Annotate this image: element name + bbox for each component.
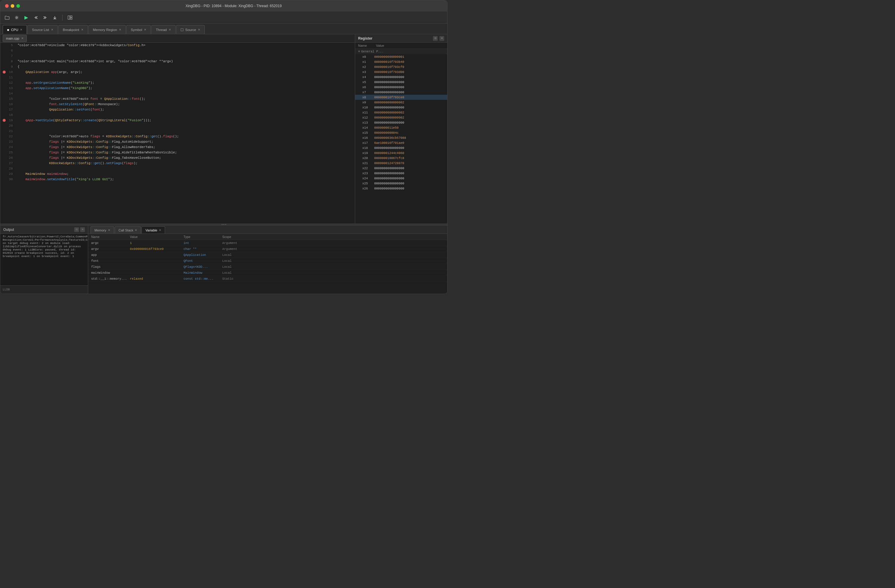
tab-source-list[interactable]: Source List ✕: [27, 25, 58, 34]
file-tab-main-cpp[interactable]: main.cpp ✕: [3, 35, 27, 42]
minimize-button[interactable]: [11, 4, 14, 8]
register-row-x15[interactable]: x15000000000004c: [355, 130, 447, 135]
register-value: 0000000000000002: [374, 111, 444, 114]
register-row-x7[interactable]: x70000000000000000: [355, 89, 447, 95]
tab-variable[interactable]: Variable ✕: [141, 226, 165, 233]
tab-memory-region[interactable]: Memory Region ✕: [88, 25, 126, 34]
variable-row[interactable]: argv0x000000016f793ce0char **Argument: [88, 246, 447, 252]
play-button[interactable]: ▶: [23, 14, 29, 21]
source-tab-close[interactable]: ✕: [198, 28, 200, 31]
register-row-x11[interactable]: x110000000000000002: [355, 110, 447, 115]
code-line-14[interactable]: 14: [0, 91, 355, 96]
register-row-x20[interactable]: x20000000010067cfc8: [355, 156, 447, 161]
code-area[interactable]: 5"color:#c678dd">#include "color:#98c379…: [0, 42, 355, 223]
tab-breakpoint[interactable]: Breakpoint ✕: [58, 25, 88, 34]
register-row-x0[interactable]: x00000000000000001: [355, 54, 447, 59]
register-row-x9[interactable]: x90000000000000002: [355, 100, 447, 105]
register-row-x10[interactable]: x100000000000000000: [355, 105, 447, 110]
register-float-button[interactable]: ⊡: [433, 36, 438, 41]
tab-cpu[interactable]: ■ CPU ✕: [3, 25, 27, 34]
close-button[interactable]: [5, 4, 9, 8]
register-row-x16[interactable]: x160000000036cb57088: [355, 135, 447, 140]
register-row-x17[interactable]: x176ae100016f791ae0: [355, 140, 447, 145]
code-line-17[interactable]: 17 QApplication::setFont(font);: [0, 107, 355, 112]
tab-call-stack[interactable]: Call Stack ✕: [115, 226, 141, 233]
register-row-x18[interactable]: x180000000000000000: [355, 145, 447, 150]
register-row-x3[interactable]: x3000000016f793d00: [355, 70, 447, 74]
code-line-30[interactable]: 30 mainWindow.setWindowTitle("Xing's LLD…: [0, 177, 355, 182]
code-line-19[interactable]: 19 qApp->setStyle(QStyleFactory::create(…: [0, 118, 355, 123]
symbol-tab-close[interactable]: ✕: [144, 28, 146, 31]
code-line-12[interactable]: 12 app.setOrganizationName("LaoXing");: [0, 80, 355, 85]
forward-button[interactable]: [42, 14, 49, 21]
tab-source[interactable]: Source ✕: [176, 25, 205, 34]
register-row-x25[interactable]: x250000000000000000: [355, 181, 447, 186]
variable-row[interactable]: std::__1::memory...relaxedconst std::me.…: [88, 276, 447, 282]
register-row-x22[interactable]: x220000000000000000: [355, 166, 447, 171]
code-line-24[interactable]: 24 flags |= KDDockWidgets::Config::Flag_…: [0, 144, 355, 150]
code-line-27[interactable]: 27 KDDockWidgets::Config::get().setFlags…: [0, 161, 355, 166]
code-line-29[interactable]: 29 MainWindow mainWindow;: [0, 171, 355, 177]
register-row-x26[interactable]: x260000000000000000: [355, 186, 447, 191]
code-line-18[interactable]: 18: [0, 112, 355, 118]
folder-button[interactable]: [4, 14, 11, 21]
lldb-input[interactable]: [3, 288, 85, 291]
output-close-button[interactable]: ✕: [80, 227, 85, 232]
variable-row[interactable]: mainWindowMainWindowLocal: [88, 270, 447, 276]
code-line-22[interactable]: 22 "color:#c678dd">auto flags = KDDockWi…: [0, 134, 355, 139]
back-button[interactable]: [32, 14, 39, 21]
register-list[interactable]: ▼ General P...x00000000000000001x1000000…: [355, 49, 447, 223]
maximize-button[interactable]: [17, 4, 20, 8]
register-row-x21[interactable]: x210000000124728070: [355, 161, 447, 166]
code-line-15[interactable]: 15 "color:#c678dd">auto font = QApplicat…: [0, 96, 355, 102]
tab-symbol[interactable]: Symbol ✕: [126, 25, 151, 34]
variable-row[interactable]: flagsQFlags<KDD...Local: [88, 264, 447, 270]
variable-tab-close[interactable]: ✕: [159, 229, 161, 232]
register-row-x24[interactable]: x240000000000000000: [355, 176, 447, 181]
variable-row[interactable]: argc1intArgument: [88, 240, 447, 246]
step-down-button[interactable]: [52, 14, 58, 21]
register-row-x8[interactable]: x8000000016f793ce0: [355, 95, 447, 100]
settings-button[interactable]: [14, 14, 20, 21]
register-row-x19[interactable]: x1900000001244c4060: [355, 150, 447, 156]
code-line-21[interactable]: 21: [0, 128, 355, 134]
source-list-tab-close[interactable]: ✕: [51, 28, 53, 31]
code-line-9[interactable]: 9{: [0, 64, 355, 70]
output-float-button[interactable]: ⊡: [74, 227, 79, 232]
code-line-11[interactable]: 11: [0, 75, 355, 80]
code-line-23[interactable]: 23 flags |= KDDockWidgets::Config::Flag_…: [0, 139, 355, 144]
code-line-6[interactable]: 6: [0, 48, 355, 53]
code-line-7[interactable]: 7: [0, 53, 355, 59]
layout-button[interactable]: [67, 14, 73, 21]
memory-region-tab-close[interactable]: ✕: [119, 28, 121, 31]
code-line-13[interactable]: 13 app.setApplicationName("XingDBG");: [0, 85, 355, 91]
call-stack-tab-close[interactable]: ✕: [135, 229, 137, 232]
register-row-x23[interactable]: x230000000000000000: [355, 171, 447, 176]
code-line-26[interactable]: 26 flags |= KDDockWidgets::Config::Flag_…: [0, 155, 355, 161]
register-row-x6[interactable]: x60000000000000000: [355, 85, 447, 89]
memory-tab-close[interactable]: ✕: [108, 229, 110, 232]
code-line-10[interactable]: 10 QApplication app(argc, argv);: [0, 70, 355, 75]
register-close-button[interactable]: ✕: [440, 36, 444, 41]
code-line-25[interactable]: 25 flags |= KDDockWidgets::Config::Flag_…: [0, 150, 355, 155]
register-row-x12[interactable]: x120000000000000002: [355, 115, 447, 120]
breakpoint-tab-close[interactable]: ✕: [81, 28, 83, 31]
code-line-8[interactable]: 8"color:#c678dd">int main("color:#c678dd…: [0, 59, 355, 64]
thread-tab-close[interactable]: ✕: [168, 28, 171, 31]
register-row-x14[interactable]: x140000000011e50: [355, 125, 447, 130]
variable-row[interactable]: fontQFontLocal: [88, 258, 447, 264]
code-line-5[interactable]: 5"color:#c678dd">#include "color:#98c379…: [0, 42, 355, 48]
file-tab-close[interactable]: ✕: [21, 36, 24, 40]
code-line-28[interactable]: 28: [0, 166, 355, 171]
code-line-20[interactable]: 20: [0, 123, 355, 128]
variable-row[interactable]: appQApplicationLocal: [88, 252, 447, 258]
register-row-x2[interactable]: x2000000016f793cf0: [355, 64, 447, 70]
register-row-x5[interactable]: x50000000000000000: [355, 80, 447, 85]
tab-thread[interactable]: Thread ✕: [151, 25, 175, 34]
tab-memory[interactable]: Memory ✕: [91, 226, 114, 233]
register-row-x13[interactable]: x130000000000000000: [355, 120, 447, 125]
code-line-16[interactable]: 16 font.setStyleHint(QFont::Monospace);: [0, 102, 355, 107]
cpu-tab-close[interactable]: ✕: [20, 28, 22, 31]
register-row-x1[interactable]: x1000000016f793b40: [355, 59, 447, 64]
register-row-x4[interactable]: x40000000000000000: [355, 74, 447, 80]
